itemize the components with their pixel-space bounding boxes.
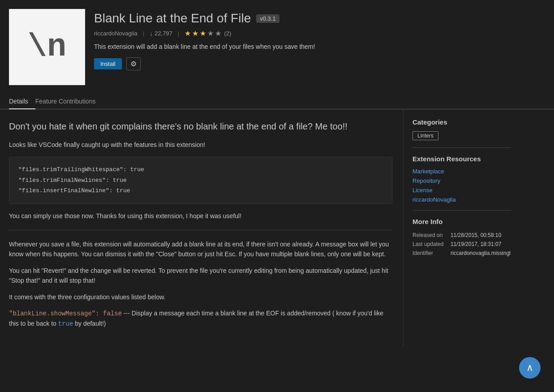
gear-button[interactable]: ⚙ (126, 57, 141, 70)
resources-title: Extension Resources (412, 155, 511, 163)
content-left: Don't you hate it when git complains the… (0, 109, 403, 346)
paragraph-6: "blankLine.showMessage": false --- Displ… (9, 308, 392, 329)
main-content: Don't you hate it when git complains the… (0, 109, 554, 346)
author-link[interactable]: riccardoNovaglia (412, 196, 511, 203)
resources-section: Extension Resources Marketplace Reposito… (412, 155, 511, 203)
install-button[interactable]: Install (94, 58, 122, 69)
paragraph-3: Whenever you save a file, this extension… (9, 239, 392, 259)
content-right: Categories Linters Extension Resources M… (403, 109, 520, 346)
license-link[interactable]: License (412, 187, 511, 194)
released-label: Released on (412, 231, 451, 240)
tab-details[interactable]: Details (9, 94, 35, 109)
inline-code-1: "blankLine.showMessage": false (9, 310, 122, 317)
identifier-label: Identifier (412, 249, 451, 258)
more-info-section: More Info Released on 11/28/2015, 00:58:… (412, 218, 511, 258)
more-info-table: Released on 11/28/2015, 00:58:10 Last up… (412, 231, 511, 258)
repository-link[interactable]: Repository (412, 177, 511, 184)
updated-row: Last updated 11/19/2017, 18:31:07 (412, 240, 511, 249)
code-line-2: "files.trimFinalNewlines": true (18, 175, 383, 185)
paragraph-5: It comes with the three configuration va… (9, 292, 392, 302)
code-line-1: "files.trimTrailingWhitespace": true (18, 164, 383, 175)
download-icon: ↓ (150, 30, 153, 37)
identifier-row: Identifier riccardonovaglia.missingl (412, 249, 511, 258)
updated-value: 11/19/2017, 18:31:07 (451, 240, 511, 249)
title-row: Blank Line at the End of File v0.3.1 (94, 11, 545, 26)
extension-meta: riccardoNovaglia | ↓ 22,797 | ★ ★ ★ ★ ★ … (94, 29, 545, 38)
code-block: "files.trimTrailingWhitespace": true "fi… (9, 157, 392, 203)
released-row: Released on 11/28/2015, 00:58:10 (412, 231, 511, 240)
updated-label: Last updated (412, 240, 451, 249)
extension-icon: \n (9, 9, 85, 85)
version-badge: v0.3.1 (256, 14, 279, 23)
identifier-value: riccardonovaglia.missingl (451, 249, 511, 258)
review-count: (2) (224, 30, 231, 37)
extension-description: This extension will add a blank line at … (94, 43, 545, 50)
paragraph-4: You can hit "Revert!" and the change wil… (9, 266, 392, 286)
icon-text: \n (28, 31, 66, 63)
marketplace-link[interactable]: Marketplace (412, 168, 511, 175)
extension-info: Blank Line at the End of File v0.3.1 ric… (94, 9, 545, 70)
released-value: 11/28/2015, 00:58:10 (451, 231, 511, 240)
tabs-bar: Details Feature Contributions (0, 94, 554, 109)
sidebar-divider-2 (412, 210, 511, 211)
more-info-title: More Info (412, 218, 511, 225)
scroll-top-button[interactable]: ∧ (519, 357, 541, 379)
star-rating: ★ ★ ★ ★ ★ (2) (185, 29, 231, 38)
categories-section: Categories Linters (412, 118, 511, 140)
extension-actions: Install ⚙ (94, 57, 545, 70)
extension-header: \n Blank Line at the End of File v0.3.1 … (0, 0, 554, 94)
main-heading: Don't you hate it when git complains the… (9, 120, 392, 133)
categories-title: Categories (412, 118, 511, 126)
inline-code-2: true (58, 320, 73, 327)
divider-1 (9, 230, 392, 230)
author-name: riccardoNovaglia (94, 30, 137, 37)
tab-feature-contributions[interactable]: Feature Contributions (35, 94, 103, 109)
downloads-count: ↓ 22,797 (150, 30, 172, 37)
code-line-3: "files.insertFinalNewline": true (18, 185, 383, 196)
sidebar-divider-1 (412, 147, 511, 148)
category-badge[interactable]: Linters (412, 131, 438, 140)
paragraph-2: You can simply use those now. Thanks for… (9, 211, 392, 221)
paragraph-1: Looks like VSCode finally caught up with… (9, 140, 392, 150)
extension-title: Blank Line at the End of File (94, 11, 251, 26)
